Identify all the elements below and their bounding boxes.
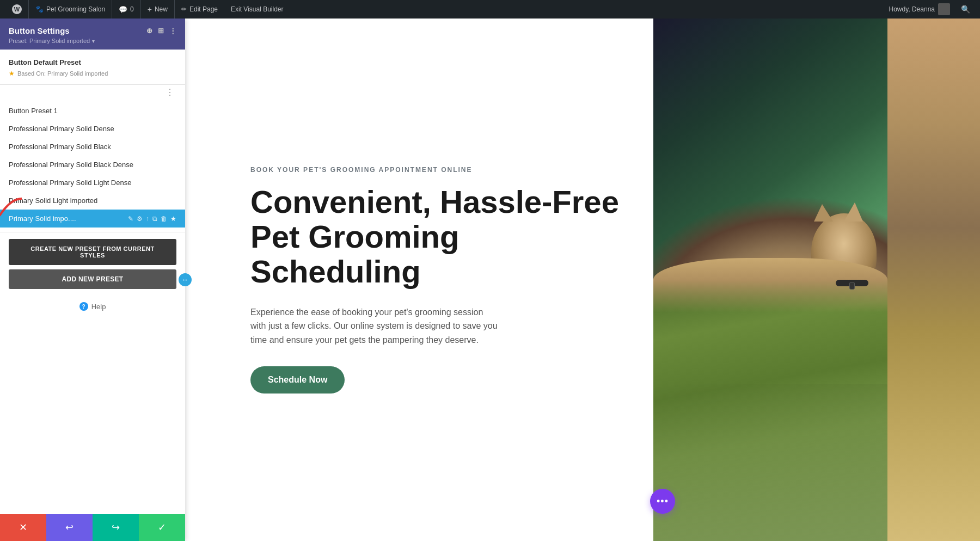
page-right-image bbox=[653, 19, 887, 541]
far-right-image bbox=[887, 19, 980, 541]
panel-buttons: CREATE NEW PRESET FROM CURRENT STYLES AD… bbox=[0, 232, 185, 296]
preset-item-1[interactable]: Button Preset 1 bbox=[0, 102, 185, 120]
grass-overlay bbox=[653, 384, 887, 541]
dots-icon: ••• bbox=[657, 496, 669, 507]
exit-builder-item[interactable]: Exit Visual Builder bbox=[224, 0, 290, 19]
check-icon: ✓ bbox=[158, 521, 166, 533]
preset-settings-icon[interactable]: ⚙ bbox=[137, 215, 143, 223]
panel-header: Button Settings ⊕ ⊞ ⋮ Preset: Primary So… bbox=[0, 19, 185, 50]
page-subtitle: BOOK YOUR PET'S GROOMING APPOINTMENT ONL… bbox=[250, 166, 621, 174]
panel-title-icons: ⊕ ⊞ ⋮ bbox=[146, 27, 176, 35]
edit-page-label: Edit Page bbox=[189, 5, 218, 13]
preset-item-2[interactable]: Professional Primary Solid Dense bbox=[0, 120, 185, 138]
new-item[interactable]: + New bbox=[141, 0, 174, 19]
star-icon: ★ bbox=[9, 70, 15, 77]
undo-button[interactable]: ↩ bbox=[46, 514, 93, 541]
plus-icon: + bbox=[148, 5, 152, 14]
preset-item-5-label: Professional Primary Solid Light Dense bbox=[9, 179, 176, 187]
left-panel: Button Settings ⊕ ⊞ ⋮ Preset: Primary So… bbox=[0, 19, 185, 541]
based-on-label: Based On: Primary Solid imported bbox=[17, 70, 108, 77]
add-new-preset-button[interactable]: ADD NEW PRESET bbox=[9, 269, 176, 289]
admin-bar: W 🐾 Pet Grooming Salon 💬 0 + New ✏ Edit … bbox=[0, 0, 980, 19]
cat-ear-left bbox=[844, 202, 863, 222]
new-label: New bbox=[155, 5, 168, 13]
default-preset-section: Button Default Preset ★ Based On: Primar… bbox=[0, 50, 185, 84]
panel-subtitle[interactable]: Preset: Primary Solid imported ▾ bbox=[9, 38, 176, 44]
site-name-label: Pet Grooming Salon bbox=[46, 5, 105, 13]
preset-item-4[interactable]: Professional Primary Solid Black Dense bbox=[0, 156, 185, 174]
site-name-item[interactable]: 🐾 Pet Grooming Salon bbox=[29, 0, 112, 19]
create-preset-button[interactable]: CREATE NEW PRESET FROM CURRENT STYLES bbox=[9, 239, 176, 265]
preset-item-3-label: Professional Primary Solid Black bbox=[9, 143, 176, 151]
admin-search-icon[interactable]: 🔍 bbox=[957, 5, 975, 14]
comment-count: 0 bbox=[130, 5, 134, 13]
panel-title-text: Button Settings bbox=[9, 26, 70, 35]
comments-item[interactable]: 💬 0 bbox=[112, 0, 140, 19]
preset-list: Button Preset 1 Professional Primary Sol… bbox=[0, 97, 185, 232]
preset-item-5[interactable]: Professional Primary Solid Light Dense bbox=[0, 174, 185, 192]
preset-item-1-label: Button Preset 1 bbox=[9, 107, 176, 115]
exit-builder-label: Exit Visual Builder bbox=[231, 5, 284, 13]
preset-item-3[interactable]: Professional Primary Solid Black bbox=[0, 138, 185, 156]
undo-icon: ↩ bbox=[65, 521, 74, 533]
cancel-button[interactable]: ✕ bbox=[0, 514, 46, 541]
panel-title-row: Button Settings ⊕ ⊞ ⋮ bbox=[9, 26, 176, 35]
help-section[interactable]: ? Help bbox=[0, 296, 185, 317]
redo-button[interactable]: ↪ bbox=[93, 514, 139, 541]
preset-edit-icon[interactable]: ✎ bbox=[128, 215, 133, 223]
main-layout: Button Settings ⊕ ⊞ ⋮ Preset: Primary So… bbox=[0, 19, 980, 541]
wp-logo-item[interactable]: W bbox=[5, 0, 28, 19]
preset-delete-icon[interactable]: 🗑 bbox=[161, 215, 167, 223]
preset-copy-icon[interactable]: ⧉ bbox=[152, 215, 157, 223]
help-label: Help bbox=[91, 303, 106, 311]
preset-item-4-label: Professional Primary Solid Black Dense bbox=[9, 161, 176, 169]
right-content: BOOK YOUR PET'S GROOMING APPOINTMENT ONL… bbox=[185, 19, 980, 541]
preset-item-7-active[interactable]: Primary Solid impo.... ✎ ⚙ ↑ ⧉ 🗑 ★ bbox=[0, 210, 185, 228]
panel-focus-icon[interactable]: ⊕ bbox=[146, 27, 152, 35]
panel-resize-handle[interactable]: ↔ bbox=[179, 273, 192, 286]
comment-icon: 💬 bbox=[119, 5, 127, 14]
cat-image-wrapper bbox=[653, 19, 887, 541]
preset-upload-icon[interactable]: ↑ bbox=[146, 215, 149, 223]
admin-avatar bbox=[938, 3, 950, 15]
preset-item-actions: ✎ ⚙ ↑ ⧉ 🗑 ★ bbox=[128, 215, 176, 223]
pencil-icon: ✏ bbox=[181, 5, 187, 13]
page-content: BOOK YOUR PET'S GROOMING APPOINTMENT ONL… bbox=[185, 19, 980, 541]
page-left: BOOK YOUR PET'S GROOMING APPOINTMENT ONL… bbox=[185, 19, 653, 541]
redo-icon: ↪ bbox=[112, 521, 120, 533]
panel-menu-icon[interactable]: ⋮ bbox=[169, 27, 176, 35]
panel-layout-icon[interactable]: ⊞ bbox=[158, 27, 164, 35]
page-far-right bbox=[887, 19, 980, 541]
page-description: Experience the ease of booking your pet'… bbox=[250, 305, 501, 347]
check-button[interactable]: ✓ bbox=[139, 514, 185, 541]
cat-image-bottom bbox=[653, 280, 887, 541]
panel-content: Button Default Preset ★ Based On: Primar… bbox=[0, 50, 185, 541]
default-preset-title: Button Default Preset bbox=[9, 58, 176, 66]
page-headline: Convenient, Hassle-Free Pet Grooming Sch… bbox=[250, 185, 621, 288]
cancel-icon: ✕ bbox=[19, 521, 27, 533]
admin-bar-right: Howdy, Deanna 🔍 bbox=[883, 3, 975, 15]
preset-dropdown-arrow: ▾ bbox=[92, 38, 95, 44]
wp-logo: W bbox=[12, 4, 22, 14]
preset-section-header: ⋮ bbox=[0, 85, 185, 97]
preset-star-icon[interactable]: ★ bbox=[170, 215, 176, 223]
preset-label: Preset: Primary Solid imported bbox=[9, 38, 90, 44]
based-on-row: ★ Based On: Primary Solid imported bbox=[9, 70, 176, 77]
site-name-icon: 🐾 bbox=[35, 5, 44, 13]
cat-ear-right bbox=[814, 204, 833, 222]
howdy-text: Howdy, Deanna bbox=[889, 5, 935, 13]
preset-item-7-label: Primary Solid impo.... bbox=[9, 214, 128, 223]
cat-collar-tag bbox=[849, 282, 855, 290]
edit-page-item[interactable]: ✏ Edit Page bbox=[175, 0, 224, 19]
preset-section-menu[interactable]: ⋮ bbox=[163, 87, 176, 97]
preset-item-2-label: Professional Primary Solid Dense bbox=[9, 125, 176, 133]
floating-dots-button[interactable]: ••• bbox=[650, 489, 675, 514]
help-icon: ? bbox=[79, 302, 88, 311]
preset-item-6-label: Primary Solid Light imported bbox=[9, 196, 176, 205]
howdy-section[interactable]: Howdy, Deanna bbox=[883, 3, 957, 15]
schedule-now-button[interactable]: Schedule Now bbox=[250, 366, 345, 394]
preset-item-6[interactable]: Primary Solid Light imported bbox=[0, 192, 185, 210]
bottom-bar: ✕ ↩ ↪ ✓ bbox=[0, 514, 185, 541]
